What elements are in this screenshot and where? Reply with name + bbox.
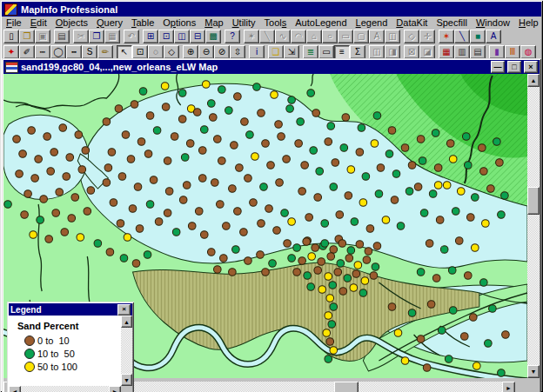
scroll-up-arrow[interactable]: ▲	[121, 316, 132, 328]
chart-tool-1-button[interactable]: ▮	[489, 45, 505, 59]
legend-item: 10 to 50	[24, 349, 121, 359]
change-zoom-button[interactable]: ⊘	[214, 45, 230, 59]
menu-table[interactable]: Table	[127, 17, 158, 28]
menu-file[interactable]: File	[2, 17, 26, 28]
drag-map-window-button[interactable]: ⇲	[284, 45, 299, 59]
paste-button: ▦	[104, 30, 120, 43]
district-tool-3-button: ⊠	[404, 45, 419, 59]
horizontal-scroll-thumb[interactable]	[334, 382, 359, 392]
district-tool-4-button: ◪	[419, 45, 435, 59]
legend-close-button[interactable]: ×	[117, 304, 131, 316]
zoom-in-tool-button[interactable]: ⊕	[183, 45, 198, 59]
custom-tool-4-button[interactable]: S	[82, 45, 97, 59]
text-tool-button: A	[369, 30, 385, 43]
custom-tool-2-button[interactable]: ◯	[50, 45, 66, 59]
menu-objects[interactable]: Objects	[51, 17, 92, 28]
marquee-select-tool-button[interactable]: ⊡	[132, 45, 148, 59]
frame-tool-button: ◫	[385, 30, 400, 43]
legend-swatch-icon	[24, 362, 35, 372]
symbol-style-button[interactable]: ✶	[439, 30, 454, 43]
scroll-down-arrow[interactable]: ▼	[121, 374, 132, 386]
undo-button: ↶	[124, 30, 139, 43]
ruler-tool-button[interactable]: ▭	[318, 45, 334, 59]
cut-button: ✂	[73, 30, 89, 43]
new-redistricter-button[interactable]: ▩	[205, 30, 221, 43]
scroll-up-arrow[interactable]: ▲	[527, 74, 540, 87]
new-browser-button[interactable]: ⊞	[143, 30, 158, 43]
text-style-button[interactable]: A	[486, 30, 501, 43]
radius-select-tool-button[interactable]: ◌	[148, 45, 164, 59]
chart-tool-2-button[interactable]: Ⅲ	[505, 45, 520, 59]
assign-selected-objects-button: ◨	[385, 45, 400, 59]
menu-query[interactable]: Query	[92, 17, 127, 28]
menu-utility[interactable]: Utility	[228, 17, 260, 28]
legend-window: Legend × Sand Percent 0 to 1010 to 5050 …	[7, 302, 134, 392]
show-hide-legend-button[interactable]: ≡	[334, 45, 350, 59]
scroll-right-arrow[interactable]: ►	[109, 386, 121, 392]
region-style-button[interactable]: ■	[470, 30, 486, 43]
map-maximize-button[interactable]: □	[507, 61, 521, 73]
legend-item: 50 to 100	[24, 362, 121, 372]
legend-window-title: Legend	[10, 305, 117, 315]
menu-legend[interactable]: Legend	[352, 17, 392, 28]
menu-options[interactable]: Options	[158, 17, 200, 28]
save-table-button: ▣	[35, 30, 50, 43]
new-grapher-button[interactable]: ◫	[174, 30, 190, 43]
layer-control-button[interactable]: ≣	[303, 45, 318, 59]
legend-content: Sand Percent 0 to 1010 to 5050 to 100	[9, 316, 121, 386]
menu-tools[interactable]: Tools	[260, 17, 292, 28]
legend-vertical-scrollbar[interactable]: ▲ ▼	[121, 316, 132, 386]
table-tool-3-button[interactable]: ▤	[470, 45, 486, 59]
scroll-down-arrow[interactable]: ▼	[527, 365, 540, 378]
scroll-right-arrow[interactable]: ►	[502, 382, 515, 392]
legend-item-label: 10 to 50	[37, 349, 75, 359]
run-mapbasic-button[interactable]: ✦	[3, 45, 19, 59]
hotlink-tool-button[interactable]: ◍	[520, 45, 536, 59]
line-style-button[interactable]: ╲	[454, 30, 470, 43]
copy-button[interactable]: ❐	[89, 30, 104, 43]
select-tool-button[interactable]: ↖	[117, 45, 132, 59]
legend-title-bar[interactable]: Legend ×	[9, 303, 132, 316]
table-tool-1-button[interactable]: ▦	[439, 45, 454, 59]
legend-horizontal-scrollbar[interactable]: ◄ ►	[9, 386, 121, 392]
vertical-scroll-thumb[interactable]	[527, 187, 540, 215]
menu-autolegend[interactable]: AutoLegend	[291, 17, 351, 28]
app-title: MapInfo Professional	[21, 4, 117, 15]
menu-map[interactable]: Map	[200, 17, 227, 28]
app-title-bar[interactable]: MapInfo Professional	[2, 2, 541, 17]
boundary-select-tool-button[interactable]: ◇	[164, 45, 179, 59]
zoom-out-tool-button[interactable]: ⊖	[198, 45, 214, 59]
mapbasic-window-button[interactable]: ✐	[19, 45, 35, 59]
print-button[interactable]: ▤	[54, 30, 70, 43]
menu-window[interactable]: Window	[472, 17, 514, 28]
open-table-button[interactable]: ❐	[19, 30, 35, 43]
help-pointer-button[interactable]: ?	[225, 30, 240, 43]
menu-specfill[interactable]: Specfill	[432, 17, 471, 28]
scroll-left-arrow[interactable]: ◄	[9, 386, 21, 392]
label-tool-button[interactable]: ❑	[268, 45, 284, 59]
custom-tool-3-button[interactable]: ┅	[66, 45, 82, 59]
set-target-district-button: ◫	[369, 45, 385, 59]
map-minimize-button[interactable]: —	[491, 61, 505, 73]
show-hide-statistics-button[interactable]: Σ	[350, 45, 365, 59]
custom-tool-1-button[interactable]: ┉	[35, 45, 50, 59]
map-vertical-scrollbar[interactable]: ▲ ▼	[527, 74, 540, 378]
legend-item-label: 0 to 10	[37, 336, 70, 346]
map-window-title-bar[interactable]: sand199,gc80_04,...,new_orleans_eLW Map …	[3, 60, 540, 74]
menu-bar: FileEditObjectsQueryTableOptionsMapUtili…	[2, 17, 541, 28]
custom-tool-5-button[interactable]: ✏	[97, 45, 113, 59]
map-close-button[interactable]: ×	[524, 61, 538, 73]
map-window-icon	[5, 62, 18, 73]
menu-datakit[interactable]: DataKit	[392, 17, 432, 28]
info-tool-button[interactable]: i	[249, 45, 265, 59]
mapinfo-application-window: MapInfo Professional FileEditObjectsQuer…	[0, 0, 543, 392]
polyline-tool-button: ∿	[275, 30, 291, 43]
table-tool-2-button[interactable]: ▥	[454, 45, 470, 59]
new-mapper-button[interactable]: ⊡	[158, 30, 174, 43]
new-layout-button[interactable]: ⊟	[190, 30, 205, 43]
standard-drawing-toolbar: ▯❐▣▤✂❐▦↶⊞⊡◫⊟▩?✶╲∿◠⌂○▭▢A◫◇✛✶╲■A	[2, 28, 541, 44]
new-table-button[interactable]: ▯	[3, 30, 19, 43]
pan-tool-button[interactable]: ⇳	[230, 45, 245, 59]
menu-edit[interactable]: Edit	[26, 17, 51, 28]
menu-help[interactable]: Help	[514, 17, 543, 28]
